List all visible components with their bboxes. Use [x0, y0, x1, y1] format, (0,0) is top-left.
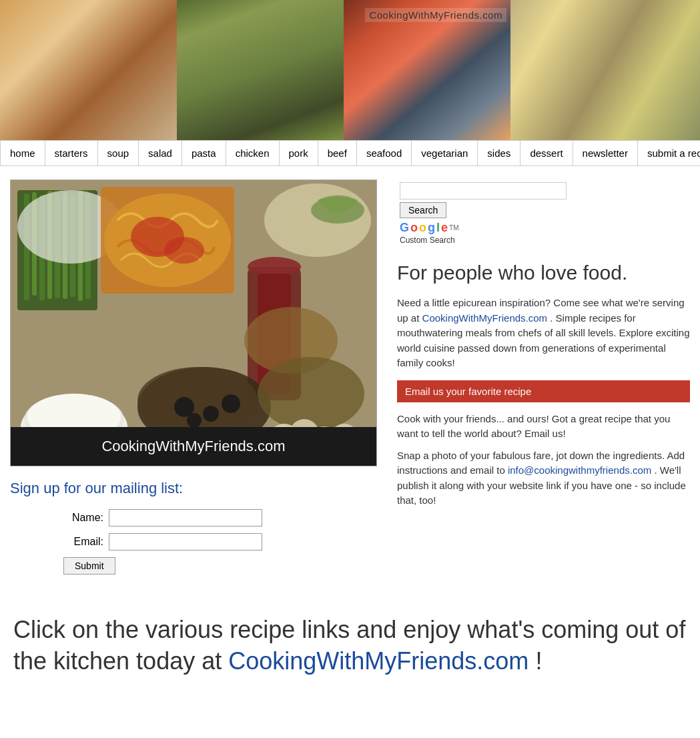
svg-point-34: [222, 394, 240, 413]
hero-food-image: CookingWithMyFriends.com: [10, 179, 377, 466]
google-letter-g: G: [400, 221, 409, 235]
food-illustration: [11, 180, 377, 466]
google-letter-e: e: [441, 221, 448, 235]
navbar: home starters soup salad pasta chicken p…: [0, 140, 700, 166]
nav-pasta[interactable]: pasta: [182, 141, 226, 165]
nav-home[interactable]: home: [0, 141, 45, 165]
custom-search-label: Custom Search: [400, 236, 687, 245]
bottom-cta-text-after: !: [535, 647, 542, 675]
cook-with-friends-text: Cook with your friends... and ours! Got …: [397, 412, 690, 442]
nav-newsletter[interactable]: newsletter: [573, 141, 638, 165]
email-label: Email:: [63, 536, 103, 548]
food-image-label: CookingWithMyFriends.com: [11, 427, 376, 466]
nav-starters[interactable]: starters: [45, 141, 98, 165]
google-letter-g2: g: [428, 221, 435, 235]
google-letter-o2: o: [419, 221, 426, 235]
google-tm: TM: [449, 224, 458, 232]
search-button[interactable]: Search: [400, 202, 446, 218]
submit-button[interactable]: Submit: [63, 557, 115, 575]
svg-point-35: [187, 413, 202, 428]
right-column: Search G o o g l e TM Custom Search For …: [387, 173, 700, 588]
search-area: Search G o o g l e TM Custom Search: [397, 179, 690, 248]
name-label: Name:: [63, 512, 103, 524]
google-branding: G o o g l e TM: [400, 221, 687, 235]
bottom-cta: Click on the various recipe links and en…: [0, 595, 700, 704]
svg-point-16: [164, 237, 204, 264]
bottom-cta-link[interactable]: CookingWithMyFriends.com: [228, 647, 529, 675]
email-field-row: Email:: [10, 533, 377, 550]
mailing-list-heading: Sign up for our mailing list:: [10, 480, 377, 497]
nav-vegetarian[interactable]: vegetarian: [412, 141, 478, 165]
nav-chicken[interactable]: chicken: [226, 141, 280, 165]
google-letter-o1: o: [410, 221, 418, 235]
nav-beef[interactable]: beef: [318, 141, 357, 165]
email-recipe-banner[interactable]: Email us your favorite recipe: [397, 380, 690, 402]
banner-food-2: [177, 0, 344, 140]
search-input[interactable]: [400, 182, 567, 200]
nav-pork[interactable]: pork: [280, 141, 318, 165]
email-link[interactable]: info@cookingwithmyfriends.com: [508, 464, 651, 476]
nav-seafood[interactable]: seafood: [357, 141, 412, 165]
intro-site-link[interactable]: CookingWithMyFriends.com: [422, 312, 548, 324]
nav-submit-recipe[interactable]: submit a recipe: [638, 141, 700, 165]
nav-soup[interactable]: soup: [98, 141, 139, 165]
main-content: CookingWithMyFriends.com Sign up for our…: [0, 166, 700, 595]
mailing-list-section: Sign up for our mailing list: Name: Emai…: [10, 466, 377, 581]
banner-food-4: [510, 0, 700, 140]
snap-photo-text: Snap a photo of your fabulous fare, jot …: [397, 448, 690, 508]
email-input[interactable]: [109, 533, 262, 550]
name-input[interactable]: [109, 509, 262, 526]
nav-dessert[interactable]: dessert: [520, 141, 573, 165]
name-field-row: Name:: [10, 509, 377, 526]
left-column: CookingWithMyFriends.com Sign up for our…: [0, 173, 387, 588]
nav-sides[interactable]: sides: [478, 141, 520, 165]
svg-point-33: [203, 406, 219, 422]
nav-salad[interactable]: salad: [139, 141, 182, 165]
banner-food-1: [0, 0, 177, 140]
tagline: For people who love food.: [397, 261, 690, 285]
intro-paragraph: Need a little epicurean inspiration? Com…: [397, 296, 690, 371]
header-banner: CookingWithMyFriends.com: [0, 0, 700, 140]
svg-point-26: [258, 357, 364, 430]
submit-row: Submit: [10, 557, 377, 575]
google-letter-l: l: [436, 221, 440, 235]
banner-site-name: CookingWithMyFriends.com: [365, 8, 506, 22]
